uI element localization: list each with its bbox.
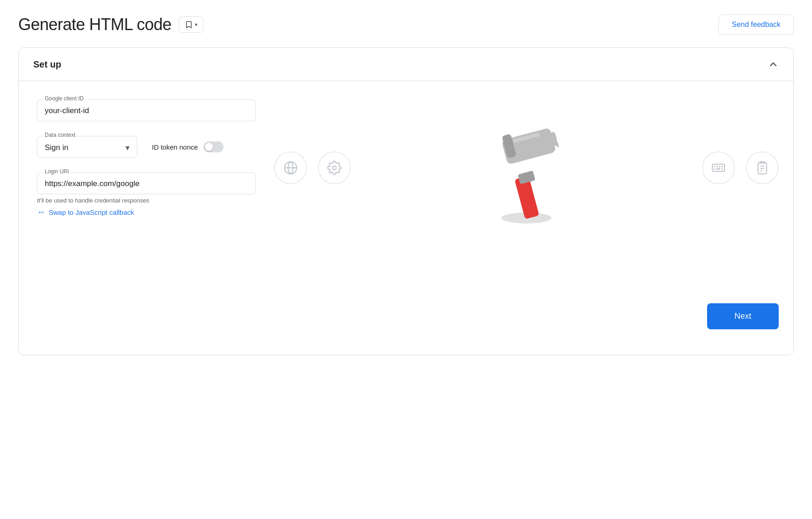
- form-column: Google client ID Data context Sign in ▾ …: [37, 99, 256, 337]
- card-body: Google client ID Data context Sign in ▾ …: [19, 81, 793, 355]
- token-nonce-row: ID token nonce: [152, 141, 224, 152]
- icon-circles-row: [274, 109, 779, 227]
- swap-link-text: Swap to JavaScript callback: [49, 208, 134, 216]
- select-arrow-icon: ▾: [125, 143, 130, 153]
- next-button[interactable]: Next: [707, 303, 779, 329]
- client-id-label: Google client ID: [43, 95, 85, 102]
- illustration-column: Next: [274, 99, 779, 337]
- data-context-label: Data context: [43, 132, 77, 138]
- login-uri-group: Login URI It'll be used to handle creden…: [37, 172, 256, 217]
- globe-circle-icon: [274, 151, 307, 184]
- token-nonce-label: ID token nonce: [152, 143, 198, 151]
- keyboard-icon: [711, 161, 726, 175]
- login-uri-input[interactable]: [45, 176, 248, 189]
- svg-point-3: [333, 166, 336, 170]
- data-context-select[interactable]: Data context Sign in ▾: [37, 136, 137, 158]
- keyboard-circle-icon: [702, 151, 735, 184]
- login-uri-helper: It'll be used to handle credential respo…: [37, 197, 256, 204]
- page-header: Generate HTML code ▾ Send feedback: [18, 15, 794, 35]
- card-header: Set up: [19, 48, 793, 81]
- bottom-row: Next: [274, 289, 779, 329]
- bookmark-icon: [185, 21, 193, 29]
- settings-circle-icon: [318, 151, 351, 184]
- token-nonce-toggle[interactable]: [203, 141, 224, 152]
- toggle-thumb: [205, 143, 213, 151]
- chevron-up-icon: [768, 59, 779, 70]
- page-title: Generate HTML code: [18, 15, 172, 34]
- hammer-svg: [481, 109, 572, 227]
- bookmark-dropdown-arrow: ▾: [195, 21, 198, 28]
- title-area: Generate HTML code ▾: [18, 15, 203, 34]
- client-id-field: Google client ID: [37, 99, 256, 121]
- collapse-button[interactable]: [768, 59, 779, 70]
- send-feedback-button[interactable]: Send feedback: [718, 15, 794, 35]
- login-uri-field: Login URI: [37, 172, 256, 194]
- globe-icon: [283, 161, 298, 175]
- setup-card: Set up Google client ID Data context Sig…: [18, 47, 794, 355]
- gear-icon: [327, 161, 342, 175]
- select-row: Sign in ▾: [45, 143, 130, 153]
- clipboard-icon: [755, 161, 770, 175]
- svg-rect-6: [518, 171, 536, 184]
- clipboard-circle-icon: [746, 151, 779, 184]
- swap-icon: ↔: [37, 208, 45, 217]
- hammer-illustration: [481, 109, 572, 227]
- bookmark-button[interactable]: ▾: [179, 16, 203, 33]
- data-context-value: Sign in: [45, 143, 68, 152]
- svg-rect-10: [713, 164, 725, 171]
- client-id-input[interactable]: [45, 104, 248, 116]
- data-context-row: Data context Sign in ▾ ID token nonce: [37, 136, 256, 158]
- swap-callback-link[interactable]: ↔ Swap to JavaScript callback: [37, 208, 256, 217]
- card-section-title: Set up: [33, 59, 61, 70]
- login-uri-label: Login URI: [43, 168, 71, 175]
